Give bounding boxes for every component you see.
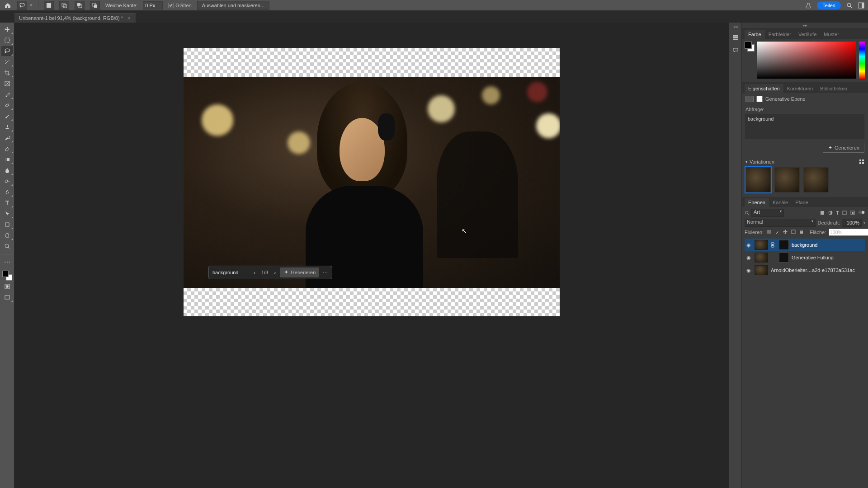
prompt-textarea[interactable]: background	[745, 114, 864, 139]
path-select-tool-icon[interactable]	[1, 209, 13, 219]
collapse-icon[interactable]: ◂◂	[733, 24, 738, 29]
feather-label: Weiche Kante:	[105, 3, 137, 8]
lock-position-icon[interactable]	[783, 229, 788, 235]
variation-thumb-1[interactable]	[745, 167, 771, 192]
variation-thumb-3[interactable]	[803, 167, 829, 192]
filter-smart-icon[interactable]	[850, 210, 855, 216]
lock-artboard-icon[interactable]	[791, 229, 796, 235]
layer-mask-thumb[interactable]	[779, 240, 789, 250]
tab-eigenschaften[interactable]: Eigenschaften	[745, 84, 783, 93]
tab-muster[interactable]: Muster	[820, 30, 843, 39]
comments-panel-icon[interactable]	[731, 46, 740, 54]
close-icon[interactable]: ×	[127, 16, 131, 20]
blur-tool-icon[interactable]	[1, 165, 13, 175]
generate-button-panel[interactable]: Generieren	[823, 143, 864, 153]
selection-intersect-icon[interactable]	[90, 1, 100, 10]
tab-kanaele[interactable]: Kanäle	[769, 198, 792, 207]
layer-row[interactable]: ◉ background	[745, 239, 865, 251]
prompt-input[interactable]	[211, 267, 250, 277]
gradient-tool-icon[interactable]	[1, 155, 13, 164]
marquee-tool-icon[interactable]	[1, 35, 13, 45]
tab-bibliotheken[interactable]: Bibliotheken	[816, 84, 851, 93]
layer-name[interactable]: Generative Füllung	[792, 255, 864, 260]
magic-wand-tool-icon[interactable]	[1, 57, 13, 67]
beaker-icon[interactable]	[805, 2, 811, 9]
frame-tool-icon[interactable]	[1, 79, 13, 89]
eyedropper-tool-icon[interactable]	[1, 89, 13, 99]
visibility-icon[interactable]: ◉	[745, 255, 752, 261]
lock-transparency-icon[interactable]	[766, 229, 772, 235]
filter-adjust-icon[interactable]	[828, 210, 833, 216]
document-tab[interactable]: Unbenannt-1 bei 91,4% (background, RGB/8…	[14, 13, 136, 23]
share-button[interactable]: Teilen	[817, 1, 841, 9]
lasso-tool-icon[interactable]	[1, 46, 13, 56]
filter-toggle-icon[interactable]	[858, 210, 865, 216]
chevron-down-icon[interactable]: ▾	[745, 160, 748, 164]
blend-mode-select[interactable]: Normal▾	[745, 219, 816, 227]
next-variation-icon[interactable]: ›	[271, 267, 279, 277]
lock-all-icon[interactable]	[799, 229, 804, 235]
antialias-checkbox[interactable]: Glätten	[168, 3, 191, 8]
layer-row[interactable]: ◉ ArnoldOberleiter…a2d-e17873a531ac	[745, 264, 865, 277]
pen-tool-icon[interactable]	[1, 187, 13, 197]
type-tool-icon[interactable]	[1, 198, 13, 208]
brush-tool-icon[interactable]	[1, 111, 13, 121]
history-panel-icon[interactable]	[731, 33, 740, 42]
selection-subtract-icon[interactable]	[75, 1, 85, 10]
fg-bg-swatch[interactable]	[745, 42, 755, 52]
filter-pixel-icon[interactable]	[820, 210, 825, 216]
tab-ebenen[interactable]: Ebenen	[745, 198, 769, 207]
selection-add-icon[interactable]	[59, 1, 69, 10]
tab-pfade[interactable]: Pfade	[792, 198, 812, 207]
panel-collapse-icon[interactable]: ▸▸	[742, 23, 868, 28]
quickmask-icon[interactable]	[1, 282, 13, 291]
more-icon[interactable]: ⋯	[320, 270, 330, 276]
lasso-tool-icon[interactable]	[17, 1, 27, 10]
visibility-icon[interactable]: ◉	[745, 267, 752, 273]
layer-row[interactable]: ◉ Generative Füllung	[745, 251, 865, 264]
hand-tool-icon[interactable]	[1, 230, 13, 240]
layer-name[interactable]: ArnoldOberleiter…a2d-e17873a531ac	[771, 267, 864, 273]
filter-type-icon[interactable]: T	[836, 210, 839, 216]
visibility-icon[interactable]: ◉	[745, 242, 752, 248]
filter-shape-icon[interactable]	[842, 210, 847, 216]
zoom-tool-icon[interactable]	[1, 241, 13, 251]
dodge-tool-icon[interactable]	[1, 176, 13, 186]
generate-button[interactable]: Generieren	[280, 267, 319, 277]
hue-slider[interactable]	[859, 42, 865, 79]
tab-korrekturen[interactable]: Korrekturen	[783, 84, 816, 93]
selection-new-icon[interactable]	[44, 1, 54, 10]
tab-verlaeufe[interactable]: Verläufe	[795, 30, 820, 39]
color-field[interactable]	[757, 42, 856, 79]
feather-input[interactable]	[143, 1, 163, 9]
prev-variation-icon[interactable]: ‹	[250, 267, 259, 277]
select-and-mask-button[interactable]: Auswählen und maskieren...	[197, 1, 269, 10]
crop-tool-icon[interactable]	[1, 68, 13, 78]
layer-mask-thumb[interactable]	[779, 253, 789, 263]
svg-rect-27	[862, 162, 864, 164]
fill-input[interactable]	[829, 229, 868, 236]
canvas-area[interactable]: ↖ ‹ 1/3 › Generieren ⋯	[14, 23, 729, 488]
workspace-icon[interactable]	[858, 2, 864, 9]
healing-tool-icon[interactable]	[1, 100, 13, 110]
filter-type-select[interactable]: Art ▾	[751, 209, 784, 217]
tab-farbe[interactable]: Farbe	[745, 30, 765, 39]
screenmode-icon[interactable]	[1, 292, 13, 302]
eraser-tool-icon[interactable]	[1, 144, 13, 154]
variation-thumb-2[interactable]	[774, 167, 800, 192]
search-icon[interactable]	[846, 2, 853, 9]
shape-tool-icon[interactable]	[1, 220, 13, 230]
lock-pixels-icon[interactable]	[774, 229, 780, 235]
tab-farbfelder[interactable]: Farbfelder	[765, 30, 795, 39]
grid-view-icon[interactable]	[859, 159, 864, 164]
layer-name[interactable]: background	[792, 242, 864, 248]
home-icon[interactable]	[4, 1, 12, 9]
document-canvas[interactable]: ↖ ‹ 1/3 › Generieren ⋯	[184, 48, 560, 316]
clone-stamp-tool-icon[interactable]	[1, 122, 13, 132]
edit-toolbar-icon[interactable]: ⋯	[1, 257, 13, 267]
generative-layer-badge-icon	[745, 96, 754, 102]
history-brush-tool-icon[interactable]	[1, 133, 13, 143]
opacity-input[interactable]	[842, 219, 862, 227]
move-tool-icon[interactable]	[1, 24, 13, 34]
color-swatches[interactable]	[2, 271, 12, 281]
